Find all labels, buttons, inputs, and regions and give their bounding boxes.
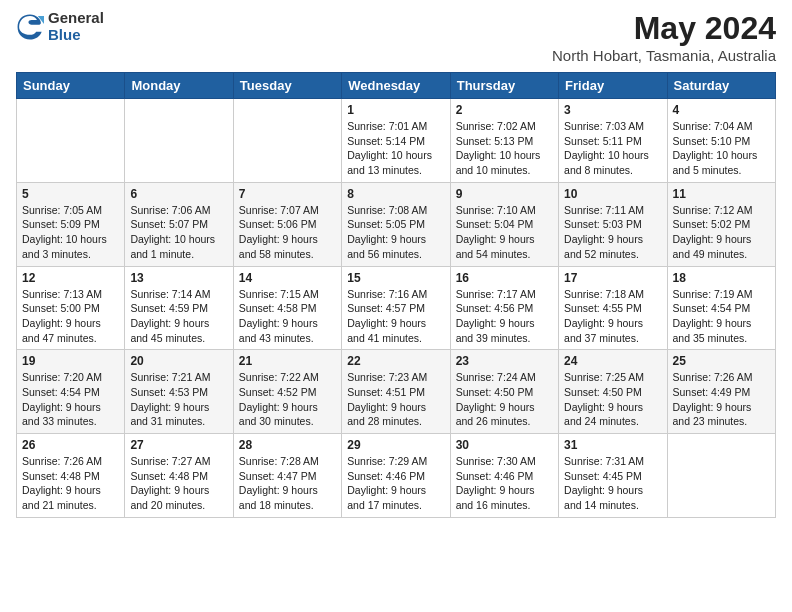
day-number: 1 [347,103,444,117]
calendar-cell: 3 Sunrise: 7:03 AM Sunset: 5:11 PM Dayli… [559,99,667,183]
sunrise-label: Sunrise: 7:27 AM [130,455,210,467]
sunset-label: Sunset: 5:11 PM [564,135,642,147]
sunrise-label: Sunrise: 7:16 AM [347,288,427,300]
sunset-label: Sunset: 4:55 PM [564,302,642,314]
weekday-header-friday: Friday [559,73,667,99]
calendar-cell: 24 Sunrise: 7:25 AM Sunset: 4:50 PM Dayl… [559,350,667,434]
sunrise-label: Sunrise: 7:24 AM [456,371,536,383]
daylight-label: Daylight: 9 hours and 16 minutes. [456,484,535,511]
day-number: 13 [130,271,227,285]
sunrise-label: Sunrise: 7:14 AM [130,288,210,300]
daylight-label: Daylight: 9 hours and 45 minutes. [130,317,209,344]
sunrise-label: Sunrise: 7:11 AM [564,204,644,216]
calendar-cell: 8 Sunrise: 7:08 AM Sunset: 5:05 PM Dayli… [342,182,450,266]
calendar-cell: 30 Sunrise: 7:30 AM Sunset: 4:46 PM Dayl… [450,434,558,518]
daylight-label: Daylight: 10 hours and 8 minutes. [564,149,649,176]
sunrise-label: Sunrise: 7:19 AM [673,288,753,300]
sunset-label: Sunset: 4:47 PM [239,470,317,482]
day-number: 20 [130,354,227,368]
day-info: Sunrise: 7:20 AM Sunset: 4:54 PM Dayligh… [22,370,119,429]
weekday-header-tuesday: Tuesday [233,73,341,99]
sunrise-label: Sunrise: 7:18 AM [564,288,644,300]
day-info: Sunrise: 7:18 AM Sunset: 4:55 PM Dayligh… [564,287,661,346]
day-number: 21 [239,354,336,368]
calendar-week-row: 5 Sunrise: 7:05 AM Sunset: 5:09 PM Dayli… [17,182,776,266]
daylight-label: Daylight: 9 hours and 17 minutes. [347,484,426,511]
sunrise-label: Sunrise: 7:20 AM [22,371,102,383]
sunrise-label: Sunrise: 7:22 AM [239,371,319,383]
weekday-header-monday: Monday [125,73,233,99]
sunrise-label: Sunrise: 7:07 AM [239,204,319,216]
day-info: Sunrise: 7:10 AM Sunset: 5:04 PM Dayligh… [456,203,553,262]
day-info: Sunrise: 7:13 AM Sunset: 5:00 PM Dayligh… [22,287,119,346]
logo-general-text: General [48,10,104,27]
day-number: 10 [564,187,661,201]
calendar-cell: 6 Sunrise: 7:06 AM Sunset: 5:07 PM Dayli… [125,182,233,266]
sunset-label: Sunset: 5:13 PM [456,135,534,147]
day-number: 15 [347,271,444,285]
day-info: Sunrise: 7:12 AM Sunset: 5:02 PM Dayligh… [673,203,770,262]
sunset-label: Sunset: 4:48 PM [22,470,100,482]
daylight-label: Daylight: 9 hours and 35 minutes. [673,317,752,344]
day-info: Sunrise: 7:07 AM Sunset: 5:06 PM Dayligh… [239,203,336,262]
sunrise-label: Sunrise: 7:29 AM [347,455,427,467]
title-block: May 2024 North Hobart, Tasmania, Austral… [552,10,776,64]
calendar-cell [233,99,341,183]
day-info: Sunrise: 7:05 AM Sunset: 5:09 PM Dayligh… [22,203,119,262]
daylight-label: Daylight: 9 hours and 37 minutes. [564,317,643,344]
daylight-label: Daylight: 9 hours and 28 minutes. [347,401,426,428]
day-info: Sunrise: 7:22 AM Sunset: 4:52 PM Dayligh… [239,370,336,429]
weekday-header-wednesday: Wednesday [342,73,450,99]
sunset-label: Sunset: 4:45 PM [564,470,642,482]
calendar-cell: 22 Sunrise: 7:23 AM Sunset: 4:51 PM Dayl… [342,350,450,434]
daylight-label: Daylight: 9 hours and 39 minutes. [456,317,535,344]
sunset-label: Sunset: 4:53 PM [130,386,208,398]
calendar-cell [17,99,125,183]
day-number: 5 [22,187,119,201]
daylight-label: Daylight: 9 hours and 24 minutes. [564,401,643,428]
logo-blue-text: Blue [48,27,104,44]
day-number: 14 [239,271,336,285]
day-number: 12 [22,271,119,285]
daylight-label: Daylight: 9 hours and 52 minutes. [564,233,643,260]
day-info: Sunrise: 7:01 AM Sunset: 5:14 PM Dayligh… [347,119,444,178]
day-info: Sunrise: 7:26 AM Sunset: 4:49 PM Dayligh… [673,370,770,429]
sunset-label: Sunset: 5:03 PM [564,218,642,230]
day-number: 17 [564,271,661,285]
daylight-label: Daylight: 9 hours and 56 minutes. [347,233,426,260]
day-number: 30 [456,438,553,452]
day-info: Sunrise: 7:27 AM Sunset: 4:48 PM Dayligh… [130,454,227,513]
day-number: 23 [456,354,553,368]
sunrise-label: Sunrise: 7:10 AM [456,204,536,216]
sunrise-label: Sunrise: 7:30 AM [456,455,536,467]
day-info: Sunrise: 7:02 AM Sunset: 5:13 PM Dayligh… [456,119,553,178]
sunrise-label: Sunrise: 7:26 AM [22,455,102,467]
calendar-cell: 21 Sunrise: 7:22 AM Sunset: 4:52 PM Dayl… [233,350,341,434]
sunrise-label: Sunrise: 7:28 AM [239,455,319,467]
sunset-label: Sunset: 4:59 PM [130,302,208,314]
sunrise-label: Sunrise: 7:12 AM [673,204,753,216]
page: General Blue May 2024 North Hobart, Tasm… [0,0,792,534]
calendar-cell: 15 Sunrise: 7:16 AM Sunset: 4:57 PM Dayl… [342,266,450,350]
sunset-label: Sunset: 5:02 PM [673,218,751,230]
daylight-label: Daylight: 9 hours and 20 minutes. [130,484,209,511]
main-title: May 2024 [552,10,776,47]
daylight-label: Daylight: 9 hours and 23 minutes. [673,401,752,428]
sunrise-label: Sunrise: 7:08 AM [347,204,427,216]
day-number: 27 [130,438,227,452]
day-info: Sunrise: 7:26 AM Sunset: 4:48 PM Dayligh… [22,454,119,513]
calendar-cell: 10 Sunrise: 7:11 AM Sunset: 5:03 PM Dayl… [559,182,667,266]
daylight-label: Daylight: 9 hours and 54 minutes. [456,233,535,260]
day-number: 3 [564,103,661,117]
calendar-cell: 7 Sunrise: 7:07 AM Sunset: 5:06 PM Dayli… [233,182,341,266]
day-number: 6 [130,187,227,201]
calendar-week-row: 19 Sunrise: 7:20 AM Sunset: 4:54 PM Dayl… [17,350,776,434]
day-number: 8 [347,187,444,201]
sunset-label: Sunset: 5:00 PM [22,302,100,314]
sunset-label: Sunset: 4:48 PM [130,470,208,482]
sunrise-label: Sunrise: 7:02 AM [456,120,536,132]
calendar-cell: 20 Sunrise: 7:21 AM Sunset: 4:53 PM Dayl… [125,350,233,434]
day-info: Sunrise: 7:19 AM Sunset: 4:54 PM Dayligh… [673,287,770,346]
daylight-label: Daylight: 9 hours and 26 minutes. [456,401,535,428]
calendar-cell: 17 Sunrise: 7:18 AM Sunset: 4:55 PM Dayl… [559,266,667,350]
